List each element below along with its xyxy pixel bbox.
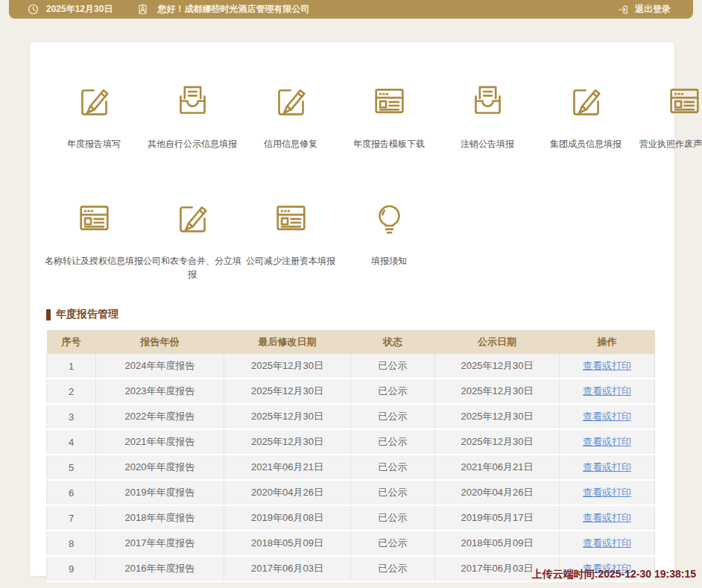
main-card: 年度报告填写 其他自行公示信息填报 信用信息修复 年度报告模板下载 注销公告填报… [30, 42, 674, 576]
user-badge-icon [136, 3, 149, 16]
cell-last-modified: 2017年06月03日 [224, 556, 351, 581]
col-header-last-modified: 最后修改日期 [224, 330, 351, 354]
logout-icon [617, 4, 629, 16]
cell-status: 已公示 [351, 429, 435, 455]
view-print-link[interactable]: 查看或打印 [583, 360, 631, 371]
shortcut-credit-repair[interactable]: 信用信息修复 [241, 80, 340, 151]
cell-index: 7 [47, 505, 96, 531]
view-print-link[interactable]: 查看或打印 [583, 512, 631, 523]
cell-report-year: 2020年年度报告 [96, 455, 224, 480]
shortcut-license-invalidation[interactable]: 营业执照作废声明填报 [635, 80, 702, 151]
pencil-square-icon [73, 80, 116, 122]
shortcut-group-member-info[interactable]: 集团成员信息填报 [537, 80, 635, 151]
pencil-square-icon [270, 80, 312, 122]
view-print-link[interactable]: 查看或打印 [583, 537, 631, 549]
cell-status: 已公示 [351, 404, 435, 429]
cell-report-year: 2017年年度报告 [96, 531, 224, 556]
cell-publicity-date: 2018年05月09日 [435, 531, 560, 556]
shortcut-label: 公司减少注册资本填报 [241, 254, 340, 268]
inbox-icon [171, 80, 214, 122]
shortcut-label: 名称转让及授权信息填报 [45, 254, 143, 268]
user-greeting: 您好！成都娜些时光酒店管理有限公司 [157, 3, 309, 16]
cell-index: 9 [47, 556, 96, 581]
cell-publicity-date: 2020年04月26日 [435, 480, 560, 505]
view-print-link[interactable]: 查看或打印 [583, 411, 631, 422]
cell-status: 已公示 [351, 354, 435, 379]
shortcut-label: 注销公告填报 [438, 137, 537, 151]
current-date: 2025年12月30日 [46, 3, 113, 16]
browser-icon [73, 197, 116, 239]
col-header-report-year: 报告年份 [96, 330, 224, 354]
cell-last-modified: 2021年06月21日 [224, 455, 351, 480]
shortcut-label: 其他自行公示信息填报 [143, 137, 241, 151]
cell-last-modified: 2019年06月08日 [224, 505, 351, 531]
cell-publicity-date: 2019年05月17日 [435, 505, 560, 531]
cell-last-modified: 2025年12月30日 [224, 354, 351, 379]
cell-status: 已公示 [351, 480, 435, 505]
cell-last-modified: 2025年12月30日 [224, 429, 351, 455]
logout-button[interactable]: 退出登录 [617, 3, 671, 16]
cell-index: 4 [47, 429, 96, 455]
col-header-publicity-date: 公示日期 [435, 330, 560, 354]
view-print-link[interactable]: 查看或打印 [583, 461, 631, 472]
col-header-index: 序号 [47, 330, 96, 354]
shortcut-name-transfer[interactable]: 名称转让及授权信息填报 [45, 197, 143, 281]
shortcut-label: 集团成员信息填报 [537, 137, 635, 151]
cell-index: 3 [47, 404, 96, 429]
clock-icon [27, 3, 39, 16]
cell-report-year: 2018年年度报告 [96, 505, 224, 531]
shortcut-merger-division[interactable]: 公司和农专合并、分立填报 [143, 197, 241, 281]
shortcut-annual-report-fill[interactable]: 年度报告填写 [45, 80, 143, 151]
browser-icon [270, 197, 312, 239]
shortcut-capital-reduction[interactable]: 公司减少注册资本填报 [241, 197, 340, 281]
shortcut-grid: 年度报告填写 其他自行公示信息填报 信用信息修复 年度报告模板下载 注销公告填报… [45, 80, 660, 281]
cell-report-year: 2019年年度报告 [96, 480, 224, 505]
view-print-link[interactable]: 查看或打印 [583, 487, 631, 498]
cell-report-year: 2016年年度报告 [96, 556, 224, 581]
table-row: 8 2017年年度报告 2018年05月09日 已公示 2018年05月09日 … [47, 531, 655, 556]
shortcut-deregistration-notice[interactable]: 注销公告填报 [438, 80, 537, 151]
table-row: 5 2020年年度报告 2021年06月21日 已公示 2021年06月21日 … [47, 455, 655, 480]
browser-icon [663, 80, 702, 122]
cell-status: 已公示 [351, 556, 435, 581]
view-print-link[interactable]: 查看或打印 [583, 436, 631, 447]
cell-report-year: 2022年年度报告 [96, 404, 224, 429]
shortcut-label: 公司和农专合并、分立填报 [143, 254, 241, 281]
table-header-row: 序号 报告年份 最后修改日期 状态 公示日期 操作 [47, 330, 655, 354]
cell-index: 1 [47, 354, 96, 379]
upload-time: 上传云端时间:2025-12-30 19:38:15 [532, 568, 696, 581]
cell-index: 2 [47, 379, 96, 404]
cell-index: 5 [47, 455, 96, 480]
table-row: 6 2019年年度报告 2020年04月26日 已公示 2020年04月26日 … [47, 480, 655, 505]
shortcut-filing-notice[interactable]: 填报须知 [340, 197, 438, 281]
inbox-icon [467, 80, 509, 122]
cell-last-modified: 2025年12月30日 [224, 379, 351, 404]
table-row: 7 2018年年度报告 2019年06月08日 已公示 2019年05月17日 … [47, 505, 655, 531]
section-title-annual-report-management: 年度报告管理 [46, 308, 658, 321]
col-header-status: 状态 [351, 330, 435, 354]
topbar: 2025年12月30日 您好！成都娜些时光酒店管理有限公司 退出登录 [9, 0, 693, 19]
cell-publicity-date: 2025年12月30日 [435, 354, 560, 379]
annual-report-table: 序号 报告年份 最后修改日期 状态 公示日期 操作 1 2024年年度报告 20… [46, 330, 655, 582]
cell-publicity-date: 2025年12月30日 [435, 429, 560, 455]
shortcut-template-download[interactable]: 年度报告模板下载 [340, 80, 438, 151]
cell-report-year: 2024年年度报告 [96, 354, 224, 379]
cell-status: 已公示 [351, 531, 435, 556]
shortcut-label: 年度报告填写 [45, 137, 143, 151]
table-row: 2 2023年年度报告 2025年12月30日 已公示 2025年12月30日 … [47, 379, 655, 404]
cell-report-year: 2023年年度报告 [96, 379, 224, 404]
cell-index: 6 [47, 480, 96, 505]
cell-last-modified: 2018年05月09日 [224, 531, 351, 556]
cell-publicity-date: 2021年06月21日 [435, 455, 560, 480]
shortcut-other-self-publicity[interactable]: 其他自行公示信息填报 [143, 80, 241, 151]
cell-last-modified: 2025年12月30日 [224, 404, 351, 429]
table-row: 4 2021年年度报告 2025年12月30日 已公示 2025年12月30日 … [47, 429, 655, 455]
lightbulb-icon [368, 197, 411, 239]
view-print-link[interactable]: 查看或打印 [583, 385, 631, 396]
cell-index: 8 [47, 531, 96, 556]
table-row: 3 2022年年度报告 2025年12月30日 已公示 2025年12月30日 … [47, 404, 655, 429]
pencil-square-icon [171, 197, 214, 239]
cell-publicity-date: 2025年12月30日 [435, 379, 560, 404]
shortcut-label: 年度报告模板下载 [340, 137, 438, 151]
cell-status: 已公示 [351, 455, 435, 480]
